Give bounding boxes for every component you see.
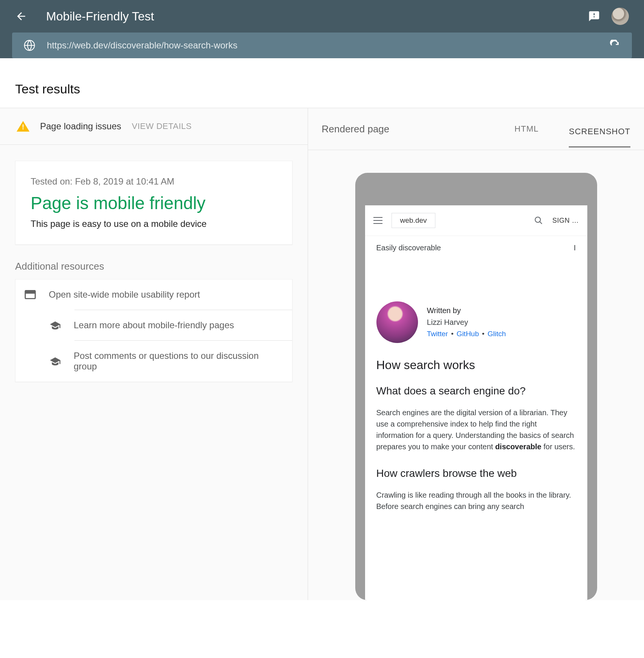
- resources-title: Additional resources: [15, 261, 293, 272]
- user-avatar[interactable]: [611, 8, 629, 25]
- preview-tagline: Easily discoverable: [376, 244, 441, 252]
- left-panel: Page loading issues VIEW DETAILS Tested …: [0, 108, 308, 600]
- preview-tagline-row: Easily discoverable I: [365, 236, 587, 260]
- search-icon[interactable]: [534, 216, 543, 225]
- author-links: Twitter • GitHub • Glitch: [427, 330, 506, 338]
- author-avatar: [376, 301, 418, 343]
- author-box: Written by Lizzi Harvey Twitter • GitHub…: [376, 301, 576, 343]
- svg-rect-2: [25, 290, 35, 293]
- url-bar[interactable]: https://web.dev/discoverable/how-search-…: [12, 33, 632, 58]
- back-button[interactable]: [15, 10, 27, 22]
- section-title: Test results: [0, 70, 644, 108]
- browser-icon: [25, 290, 36, 299]
- svg-point-3: [535, 217, 540, 222]
- link-glitch[interactable]: Glitch: [488, 330, 506, 338]
- issues-bar: Page loading issues VIEW DETAILS: [0, 108, 308, 145]
- preview-p1: Search engines are the digital version o…: [376, 407, 576, 452]
- resource-label: Open site-wide mobile usability report: [49, 289, 200, 300]
- resource-item-report[interactable]: Open site-wide mobile usability report: [15, 279, 292, 310]
- tab-screenshot[interactable]: SCREENSHOT: [569, 123, 630, 147]
- app-title: Mobile-Friendly Test: [46, 9, 588, 23]
- school-icon: [50, 356, 61, 366]
- right-panel: Rendered page HTML SCREENSHOT web.dev SI…: [308, 108, 644, 600]
- link-github[interactable]: GitHub: [457, 330, 479, 338]
- written-by-label: Written by: [427, 306, 506, 315]
- author-name: Lizzi Harvey: [427, 318, 506, 327]
- preview-h2-a: What does a search engine do?: [376, 385, 576, 397]
- resource-list: Open site-wide mobile usability report L…: [15, 279, 293, 382]
- issues-label: Page loading issues: [40, 121, 121, 132]
- sign-in-button[interactable]: SIGN …: [552, 217, 579, 225]
- link-twitter[interactable]: Twitter: [427, 330, 448, 338]
- device-screen: web.dev SIGN … Easily discoverable I: [365, 205, 587, 600]
- resource-item-discuss[interactable]: Post comments or questions to our discus…: [50, 341, 292, 382]
- preview-h1: How search works: [376, 358, 576, 372]
- preview-tagline-right: I: [574, 244, 576, 252]
- panels: Page loading issues VIEW DETAILS Tested …: [0, 108, 644, 600]
- tested-on: Tested on: Feb 8, 2019 at 10:41 AM: [31, 176, 277, 187]
- resource-label: Post comments or questions to our discus…: [74, 351, 283, 372]
- device-frame: web.dev SIGN … Easily discoverable I: [355, 173, 597, 600]
- url-text: https://web.dev/discoverable/how-search-…: [47, 40, 609, 51]
- preview-h2-b: How crawlers browse the web: [376, 467, 576, 480]
- resource-item-learn[interactable]: Learn more about mobile-friendly pages: [50, 310, 292, 340]
- preview-p2: Crawling is like reading through all the…: [376, 489, 576, 512]
- verdict-subtitle: This page is easy to use on a mobile dev…: [31, 219, 277, 229]
- school-icon: [50, 320, 61, 330]
- preview-body: Written by Lizzi Harvey Twitter • GitHub…: [365, 260, 587, 539]
- hamburger-icon[interactable]: [373, 217, 382, 224]
- resource-label: Learn more about mobile-friendly pages: [74, 320, 234, 331]
- verdict: Page is mobile friendly: [31, 193, 277, 213]
- preview-site-name[interactable]: web.dev: [392, 213, 436, 228]
- view-details-button[interactable]: VIEW DETAILS: [132, 121, 192, 131]
- globe-icon: [23, 39, 36, 51]
- right-tabs: Rendered page HTML SCREENSHOT: [308, 108, 644, 150]
- feedback-icon[interactable]: [588, 10, 600, 22]
- app-header: Mobile-Friendly Test https://web.dev/dis…: [0, 0, 644, 58]
- preview-header: web.dev SIGN …: [365, 205, 587, 236]
- rendered-label: Rendered page: [322, 123, 484, 135]
- result-card: Tested on: Feb 8, 2019 at 10:41 AM Page …: [15, 161, 293, 245]
- tab-html[interactable]: HTML: [514, 120, 539, 138]
- warning-icon: [17, 121, 29, 132]
- top-bar: Mobile-Friendly Test: [0, 0, 644, 33]
- refresh-button[interactable]: [609, 40, 621, 51]
